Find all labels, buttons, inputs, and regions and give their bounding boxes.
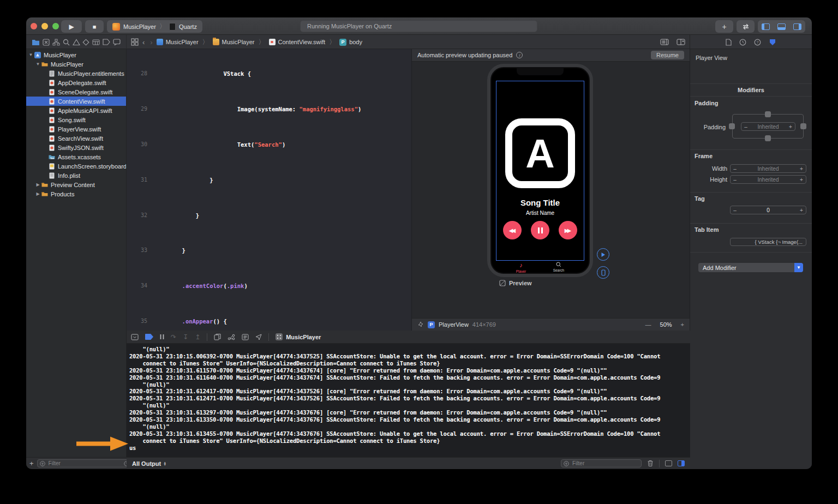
stepper-increment[interactable]: + (797, 166, 806, 172)
symbol-navigator-tab[interactable] (52, 39, 60, 46)
stepper-decrement[interactable]: – (741, 124, 750, 130)
go-back-button[interactable]: ‹ (142, 38, 145, 46)
preview-on-device-button[interactable] (597, 266, 609, 279)
stepper-increment[interactable]: + (797, 177, 806, 183)
scheme-selector[interactable]: MusicPlayer 〉 Quartz (107, 20, 202, 33)
show-console-view-button[interactable] (678, 460, 685, 466)
disclosure-triangle[interactable]: ▶ (35, 191, 40, 196)
padding-top-checkbox[interactable] (765, 111, 771, 117)
go-forward-button[interactable]: › (150, 38, 152, 46)
issue-navigator-tab[interactable] (73, 39, 80, 46)
tab-search[interactable]: Search (553, 262, 565, 273)
console-scope-selector[interactable]: All Output ▲▼ (132, 460, 166, 467)
navigator-filter-field[interactable] (37, 459, 140, 467)
source-editor[interactable]: 28 VStack { 29 Image(systemName: "magnif… (127, 49, 412, 331)
add-file-button[interactable]: + (29, 459, 34, 467)
step-over-button[interactable]: ↷ (171, 333, 176, 341)
stepper-increment[interactable]: + (797, 207, 806, 213)
simulate-location-button[interactable] (255, 334, 262, 340)
fast-forward-button[interactable]: ▶▶ (559, 221, 577, 239)
resume-button[interactable]: Resume (651, 51, 684, 59)
file-tree-row[interactable]: Info.plist (26, 171, 126, 180)
history-inspector-tab[interactable] (739, 39, 746, 46)
source-control-navigator-tab[interactable] (43, 39, 50, 46)
breakpoint-navigator-tab[interactable] (103, 39, 110, 45)
padding-trailing-checkbox[interactable] (800, 123, 806, 129)
tab-item-value-field[interactable]: { VStack {¬ Image(... (730, 238, 806, 246)
console-filter-input[interactable] (571, 460, 639, 467)
file-tree-row[interactable]: ▶ Products (26, 189, 126, 199)
toggle-inspector-button[interactable] (789, 20, 805, 33)
breadcrumb-project[interactable]: MusicPlayer (157, 39, 199, 45)
memory-graph-button[interactable] (228, 334, 235, 340)
add-modifier-dropdown[interactable]: Add Modifier ▼ (698, 263, 803, 272)
file-tree-row[interactable]: PlayerView.swift (26, 124, 126, 134)
close-button[interactable] (31, 23, 37, 29)
pause-button[interactable] (531, 221, 549, 239)
zoom-level[interactable]: 50% (660, 321, 672, 328)
stepper-decrement[interactable]: – (731, 207, 739, 213)
padding-leading-checkbox[interactable] (729, 123, 735, 129)
file-tree-row[interactable]: Song.swift (26, 115, 126, 124)
tag-stepper[interactable]: – 0 + (730, 206, 806, 214)
show-variables-view-button[interactable] (665, 460, 672, 466)
file-tree-row[interactable]: Assets.xcassets (26, 152, 126, 161)
info-icon[interactable]: i (516, 52, 523, 58)
console-output[interactable]: "(null)" 2020-05-31 23:10:15.006392-0700… (127, 344, 690, 457)
zoom-in-button[interactable]: + (681, 321, 684, 328)
project-navigator-tab[interactable] (32, 39, 40, 46)
padding-bottom-checkbox[interactable] (765, 135, 771, 141)
rewind-button[interactable]: ◀◀ (503, 221, 522, 239)
editor-options-button[interactable] (660, 39, 669, 45)
report-navigator-tab[interactable] (113, 39, 121, 46)
step-into-button[interactable]: ↧ (183, 333, 188, 341)
find-navigator-tab[interactable] (63, 39, 70, 46)
breadcrumb-file[interactable]: ContentView.swift (269, 39, 326, 45)
disclosure-triangle[interactable]: ▼ (28, 52, 33, 57)
file-tree-row[interactable]: SearchView.swift (26, 134, 126, 143)
hide-debug-area-button[interactable] (131, 334, 139, 340)
padding-stepper[interactable]: – Inherited + (741, 122, 795, 131)
step-out-button[interactable]: ↥ (195, 333, 200, 341)
pause-execution-button[interactable] (160, 334, 164, 340)
help-inspector-tab[interactable]: ? (754, 39, 761, 46)
minimize-button[interactable] (41, 23, 48, 29)
attributes-inspector-tab[interactable] (769, 39, 776, 46)
library-add-button[interactable]: + (715, 20, 733, 33)
zoom-out-button[interactable]: — (645, 321, 651, 328)
file-tree-row[interactable]: ▼ MusicPlayer (26, 59, 126, 69)
file-tree-row[interactable]: LaunchScreen.storyboard (26, 161, 126, 171)
iphone-screen[interactable]: A Song Title Artist Name ◀◀ ▶▶ ♪ Player (492, 68, 589, 273)
stepper-increment[interactable]: + (786, 124, 795, 130)
debug-process-name[interactable]: MusicPlayer (286, 334, 321, 340)
debug-navigator-tab[interactable] (92, 39, 100, 46)
stepper-decrement[interactable]: – (731, 177, 739, 183)
tab-player[interactable]: ♪ Player (516, 262, 526, 273)
file-tree-row[interactable]: SwiftyJSON.swift (26, 143, 126, 152)
disclosure-triangle[interactable]: ▼ (35, 62, 40, 67)
live-preview-button[interactable] (597, 248, 609, 261)
run-button[interactable]: ▶ (61, 20, 82, 33)
file-tree-row[interactable]: ▼ MusicPlayer (26, 50, 126, 59)
breadcrumb-group[interactable]: MusicPlayer (213, 39, 255, 45)
clear-console-trash-icon[interactable] (647, 460, 654, 467)
file-inspector-tab[interactable] (726, 39, 732, 46)
stepper-decrement[interactable]: – (731, 166, 739, 172)
toggle-navigator-button[interactable] (758, 20, 774, 33)
file-tree-row[interactable]: AppleMusicAPI.swift (26, 106, 126, 115)
file-tree-row[interactable]: ContentView.swift (26, 97, 126, 106)
view-debugger-button[interactable] (214, 333, 221, 340)
console-filter-field[interactable] (561, 459, 642, 467)
file-tree-row[interactable]: AppDelegate.swift (26, 78, 126, 87)
pin-icon[interactable] (417, 321, 424, 328)
file-tree-row[interactable]: ▶ Preview Content (26, 180, 126, 189)
environment-overrides-button[interactable] (242, 334, 249, 340)
width-stepper[interactable]: – Inherited + (730, 164, 806, 173)
stop-button[interactable]: ■ (85, 20, 104, 33)
disclosure-triangle[interactable]: ▶ (35, 182, 40, 187)
add-editor-button[interactable] (677, 39, 685, 45)
file-tree-row[interactable]: MusicPlayer.entitlements (26, 69, 126, 78)
breakpoints-toggle-button[interactable] (145, 334, 153, 340)
toggle-debug-area-button[interactable] (774, 20, 789, 33)
file-tree-row[interactable]: SceneDelegate.swift (26, 87, 126, 97)
